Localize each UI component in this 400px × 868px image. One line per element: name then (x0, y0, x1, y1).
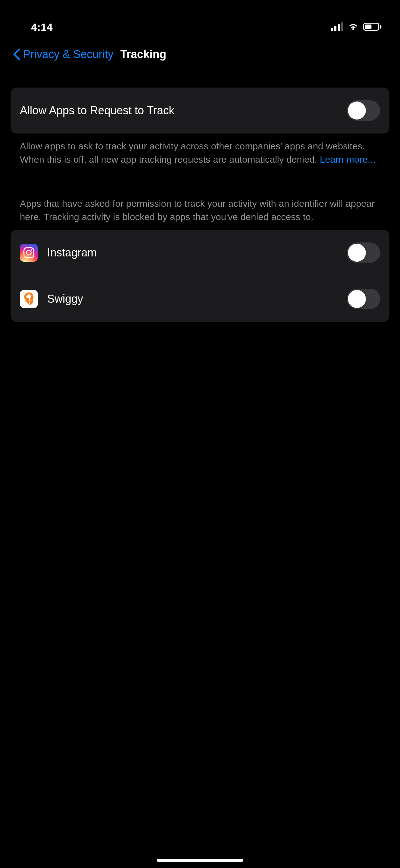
apps-section-header: Apps that have asked for permission to t… (10, 197, 390, 230)
status-indicators (331, 22, 381, 31)
allow-tracking-label: Allow Apps to Request to Track (20, 104, 347, 117)
status-bar: 4:14 (0, 0, 400, 37)
back-button[interactable]: Privacy & Security (12, 48, 113, 61)
navigation-bar: Privacy & Security Tracking (0, 37, 400, 71)
toggle-knob-icon (348, 244, 366, 262)
svg-point-1 (27, 251, 31, 255)
chevron-left-icon (12, 49, 21, 60)
svg-point-2 (31, 249, 32, 251)
allow-tracking-row[interactable]: Allow Apps to Request to Track (10, 88, 390, 133)
back-button-label: Privacy & Security (23, 48, 113, 61)
tracking-description: Allow apps to ask to track your activity… (10, 133, 390, 166)
swiggy-app-icon (20, 290, 38, 308)
allow-tracking-toggle[interactable] (347, 100, 380, 121)
apps-list-group: Instagram Swiggy (10, 230, 390, 322)
toggle-knob-icon (348, 290, 366, 308)
svg-rect-0 (24, 248, 34, 258)
status-time: 4:14 (31, 21, 53, 33)
wifi-icon (347, 22, 359, 31)
app-name-label: Swiggy (47, 292, 347, 306)
battery-icon (363, 23, 381, 31)
instagram-tracking-toggle[interactable] (347, 243, 380, 263)
app-row-swiggy[interactable]: Swiggy (10, 276, 390, 322)
learn-more-link[interactable]: Learn more... (320, 154, 375, 164)
home-indicator[interactable] (157, 859, 243, 862)
cellular-signal-icon (331, 22, 343, 31)
toggle-knob-icon (348, 101, 366, 120)
app-row-instagram[interactable]: Instagram (10, 230, 390, 276)
tracking-master-group: Allow Apps to Request to Track (10, 88, 390, 133)
tracking-description-text: Allow apps to ask to track your activity… (20, 141, 365, 164)
app-name-label: Instagram (47, 246, 347, 259)
page-title: Tracking (120, 48, 166, 61)
swiggy-tracking-toggle[interactable] (347, 289, 380, 309)
instagram-app-icon (20, 244, 38, 262)
